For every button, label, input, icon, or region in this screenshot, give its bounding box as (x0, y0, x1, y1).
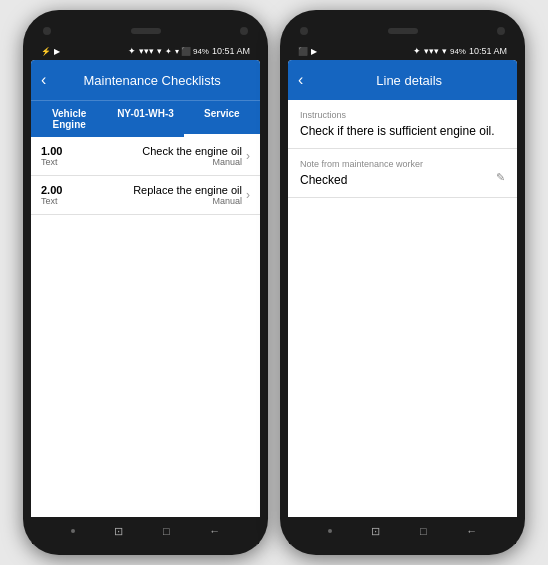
tab-bar-left: Vehicle Engine NY-01-WH-3 Service (31, 100, 260, 137)
bluetooth-icon: ✦ (128, 46, 136, 56)
phone-top-bar-left (31, 20, 260, 42)
item-1-description: Check the engine oil (77, 145, 242, 157)
time-right: 10:51 AM (469, 46, 507, 56)
note-value: Checked (288, 171, 517, 198)
wifi-icon: ▾ (157, 46, 162, 56)
wifi-icon-right: ▾ (442, 46, 447, 56)
item-2-number: 2.00 (41, 184, 77, 196)
camera-left (43, 27, 51, 35)
checklist-item-2[interactable]: 2.00 Text Replace the engine oil Manual … (31, 176, 260, 215)
note-section: Note from maintenance worker Checked ✎ (288, 149, 517, 198)
item-1-left: 1.00 Text (41, 145, 77, 167)
signal-icon: ▾▾▾ (139, 46, 154, 56)
page-title-right: Line details (311, 73, 507, 88)
item-2-description: Replace the engine oil (77, 184, 242, 196)
speaker-right (388, 28, 418, 34)
chevron-icon-1: › (246, 149, 250, 163)
status-bar-left: ⚡ ▶ ✦ ▾▾▾ ▾ ✦ ▾ ⬛ 94% 10:51 AM (31, 42, 260, 60)
phone-right: ⬛ ▶ ✦ ▾▾▾ ▾ 94% 10:51 AM ‹ Line details … (280, 10, 525, 555)
item-2-source: Manual (77, 196, 242, 206)
home-button-left[interactable]: □ (163, 525, 170, 537)
line-details-content: Instructions Check if there is sufficien… (288, 100, 517, 517)
phone-top-bar-right (288, 20, 517, 42)
instructions-section: Instructions Check if there is sufficien… (288, 100, 517, 149)
item-1-right: Check the engine oil Manual (77, 145, 242, 167)
chevron-icon-2: › (246, 188, 250, 202)
note-label: Note from maintenance worker (288, 149, 517, 171)
nav-dot-left (71, 529, 75, 533)
edit-icon[interactable]: ✎ (496, 171, 505, 184)
nav-dot-right (328, 529, 332, 533)
screen-right: ‹ Line details Instructions Check if the… (288, 60, 517, 545)
item-1-source: Manual (77, 157, 242, 167)
phone-left: ⚡ ▶ ✦ ▾▾▾ ▾ ✦ ▾ ⬛ 94% 10:51 AM ‹ Mainten… (23, 10, 268, 555)
notification-icon-right: ⬛ (298, 47, 308, 56)
instructions-label: Instructions (288, 100, 517, 122)
status-bar-right: ⬛ ▶ ✦ ▾▾▾ ▾ 94% 10:51 AM (288, 42, 517, 60)
app-header-left: ‹ Maintenance Checklists (31, 60, 260, 100)
screen-left: ‹ Maintenance Checklists Vehicle Engine … (31, 60, 260, 545)
back-nav-button-right[interactable]: ← (466, 525, 477, 537)
tab-vehicle-engine[interactable]: Vehicle Engine (31, 101, 107, 137)
home-button-right[interactable]: □ (420, 525, 427, 537)
notification-icon: ⚡ (41, 47, 51, 56)
recent-apps-button-left[interactable]: ⊡ (114, 525, 123, 538)
battery-text: ✦ ▾ ⬛ 94% (165, 47, 209, 56)
battery-text-right: 94% (450, 47, 466, 56)
play-icon: ▶ (54, 47, 60, 56)
tab-ny-01-wh-3[interactable]: NY-01-WH-3 (107, 101, 183, 137)
signal-icon-right: ▾▾▾ (424, 46, 439, 56)
back-button-left[interactable]: ‹ (41, 71, 46, 89)
recent-apps-button-right[interactable]: ⊡ (371, 525, 380, 538)
sensor-right (497, 27, 505, 35)
sensor-left (240, 27, 248, 35)
page-title-left: Maintenance Checklists (54, 73, 250, 88)
back-nav-button-left[interactable]: ← (209, 525, 220, 537)
item-1-number: 1.00 (41, 145, 77, 157)
item-2-type: Text (41, 196, 77, 206)
status-right-info-right: ✦ ▾▾▾ ▾ 94% 10:51 AM (413, 46, 507, 56)
play-icon-right: ▶ (311, 47, 317, 56)
app-header-right: ‹ Line details (288, 60, 517, 100)
bottom-nav-left: ⊡ □ ← (31, 517, 260, 545)
bottom-nav-right: ⊡ □ ← (288, 517, 517, 545)
checklist-item-1[interactable]: 1.00 Text Check the engine oil Manual › (31, 137, 260, 176)
camera-right (300, 27, 308, 35)
bluetooth-icon-right: ✦ (413, 46, 421, 56)
tab-service[interactable]: Service (184, 101, 260, 137)
item-1-type: Text (41, 157, 77, 167)
item-2-left: 2.00 Text (41, 184, 77, 206)
speaker-left (131, 28, 161, 34)
checklist-content: 1.00 Text Check the engine oil Manual › … (31, 137, 260, 517)
time-left: 10:51 AM (212, 46, 250, 56)
instructions-value: Check if there is sufficient engine oil. (288, 122, 517, 149)
back-button-right[interactable]: ‹ (298, 71, 303, 89)
item-2-right: Replace the engine oil Manual (77, 184, 242, 206)
status-left-icons-right: ⬛ ▶ (298, 47, 317, 56)
status-left-icons: ⚡ ▶ (41, 47, 60, 56)
status-right-info: ✦ ▾▾▾ ▾ ✦ ▾ ⬛ 94% 10:51 AM (128, 46, 250, 56)
